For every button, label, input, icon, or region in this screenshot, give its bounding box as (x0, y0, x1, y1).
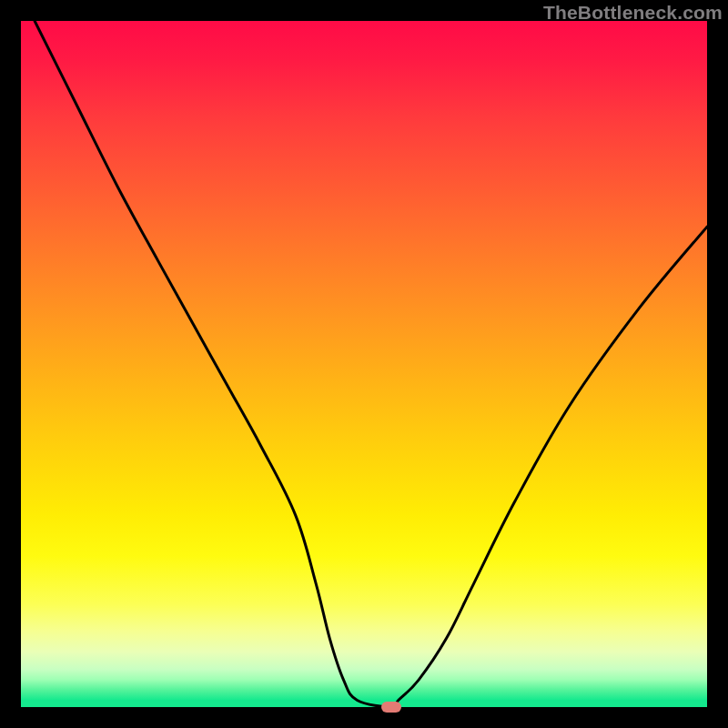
bottleneck-curve (21, 21, 707, 707)
watermark-text: TheBottleneck.com (543, 2, 723, 24)
chart-frame: TheBottleneck.com (0, 0, 728, 728)
plot-area (21, 21, 707, 707)
optimal-point-marker (381, 702, 401, 713)
